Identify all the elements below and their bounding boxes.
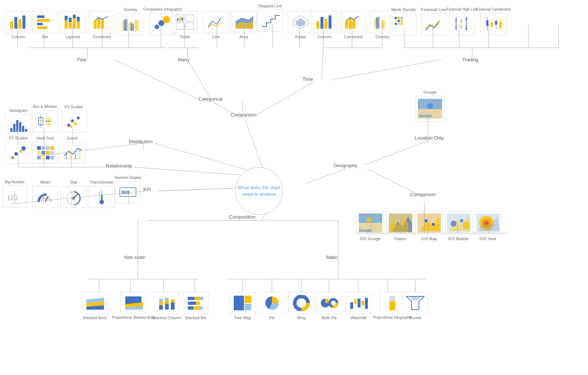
- pie-icon[interactable]: [259, 292, 285, 314]
- svg-rect-190: [50, 146, 54, 150]
- svg-point-114: [163, 16, 170, 23]
- waterfall-icon[interactable]: [345, 292, 371, 314]
- financial-high-low-node: Financial High Low: [447, 7, 478, 36]
- time-combined-icon[interactable]: [340, 11, 366, 33]
- svg-rect-162: [495, 21, 497, 25]
- xy-scatter-dist-icon[interactable]: [61, 111, 87, 133]
- svg-point-211: [100, 200, 104, 204]
- multi-pie-icon[interactable]: [316, 292, 342, 314]
- heat-grid-icon[interactable]: [32, 142, 58, 164]
- stepped-line-node: Stepped Line: [257, 4, 283, 33]
- svg-rect-275: [365, 298, 368, 309]
- funnel-icon[interactable]: [402, 292, 428, 314]
- overlay-chart-node: Overlay: [118, 7, 143, 37]
- stacked-bar-icon[interactable]: [183, 292, 209, 314]
- bar-chart-node: Bar: [32, 11, 58, 39]
- box-whisker-icon[interactable]: [32, 110, 58, 132]
- svg-rect-191: [37, 151, 41, 155]
- geography-label: Geography: [334, 163, 357, 168]
- financial-line-icon[interactable]: [421, 13, 447, 35]
- financial-high-low-icon[interactable]: [449, 13, 475, 35]
- stepped-icon[interactable]: [257, 10, 283, 32]
- radar-icon[interactable]: [288, 11, 313, 33]
- layered-icon[interactable]: [60, 11, 86, 33]
- svg-line-9: [322, 48, 323, 77]
- relationship-label: Relationship: [106, 163, 132, 169]
- xy-scatter-node: XY Scatter: [6, 136, 31, 165]
- svg-rect-95: [37, 26, 47, 29]
- ring-icon[interactable]: [288, 292, 314, 314]
- prop-infographic-icon[interactable]: [380, 292, 405, 314]
- svg-rect-245: [159, 305, 163, 310]
- svg-rect-250: [165, 298, 169, 300]
- svg-rect-164: [499, 21, 502, 28]
- financial-candlestick-icon[interactable]: [480, 13, 506, 35]
- histogram-icon[interactable]: [6, 114, 31, 136]
- google-map-node: Google Google: [415, 90, 445, 123]
- svg-rect-147: [401, 23, 403, 25]
- svg-rect-271: [354, 300, 357, 304]
- svg-rect-117: [176, 23, 184, 29]
- svg-rect-89: [14, 17, 17, 29]
- svg-rect-146: [398, 23, 400, 25]
- histogram-node: Histogram: [6, 108, 31, 138]
- svg-rect-256: [188, 302, 196, 305]
- svg-point-179: [74, 122, 77, 125]
- pie-label: Pie: [269, 315, 275, 320]
- time-column-icon[interactable]: [312, 11, 337, 33]
- area-icon[interactable]: [231, 11, 257, 33]
- svg-rect-96: [65, 19, 68, 29]
- numeric-display-icon[interactable]: 999: [115, 181, 141, 203]
- waterfall-node: Waterfall: [345, 292, 371, 320]
- xy-scatter-icon[interactable]: [6, 142, 31, 164]
- trellis-icon[interactable]: [172, 11, 198, 33]
- svg-rect-277: [390, 302, 395, 310]
- prop-stacked-area-icon[interactable]: [121, 292, 146, 314]
- stacked-column-icon[interactable]: [154, 292, 179, 314]
- tree-map-icon[interactable]: [230, 292, 255, 314]
- svg-point-185: [21, 146, 26, 151]
- combined-label: Combined: [93, 35, 111, 39]
- svg-rect-165: [10, 128, 12, 132]
- trellis-label: Trellis: [180, 35, 190, 39]
- meter-icon[interactable]: [32, 186, 58, 208]
- gis-heat-icon[interactable]: [474, 211, 502, 235]
- overlay-icon[interactable]: [118, 13, 143, 35]
- gis-map-icon[interactable]: [415, 211, 443, 235]
- heat-grid-top-label: Heat Grid: [36, 136, 54, 140]
- raster-icon[interactable]: [387, 211, 414, 235]
- dial-icon[interactable]: [61, 186, 86, 208]
- bar-icon[interactable]: [32, 11, 58, 33]
- svg-rect-133: [345, 21, 348, 29]
- stacked-area-icon[interactable]: [82, 292, 107, 314]
- svg-point-227: [424, 219, 427, 222]
- gis-bubble-icon[interactable]: [445, 211, 472, 235]
- svg-rect-197: [46, 156, 50, 159]
- column-label: Column: [11, 35, 25, 39]
- financial-line-top-label: Financial Line: [421, 7, 446, 12]
- week-density-icon[interactable]: [391, 13, 416, 35]
- svg-rect-134: [349, 18, 352, 29]
- svg-line-0: [244, 118, 265, 174]
- prop-stacked-area-label: Proportional Stacked Area: [112, 315, 155, 320]
- svg-rect-143: [398, 20, 400, 22]
- thermometer-icon[interactable]: [89, 186, 115, 208]
- funnel-node: Funnel: [402, 292, 428, 320]
- prop-stacked-area-node: Proportional Stacked Area: [112, 292, 155, 320]
- svg-rect-160: [491, 22, 493, 27]
- combined-icon[interactable]: [89, 11, 115, 33]
- svg-rect-263: [245, 304, 251, 310]
- time-column-node: Column: [312, 11, 337, 39]
- svg-rect-111: [135, 20, 139, 31]
- svg-rect-251: [171, 302, 175, 310]
- big-number-icon[interactable]: 123: [3, 185, 27, 208]
- column-icon[interactable]: [6, 11, 31, 33]
- big-number-top-label: Big Number: [5, 180, 25, 184]
- radar-label: Radar: [295, 35, 306, 39]
- event-icon[interactable]: [60, 142, 85, 164]
- svg-rect-168: [19, 122, 21, 132]
- gis-google-icon[interactable]: Google: [356, 211, 384, 235]
- google-icon[interactable]: Google: [415, 96, 445, 122]
- line-icon[interactable]: [203, 11, 229, 33]
- area-node: Area: [231, 11, 257, 39]
